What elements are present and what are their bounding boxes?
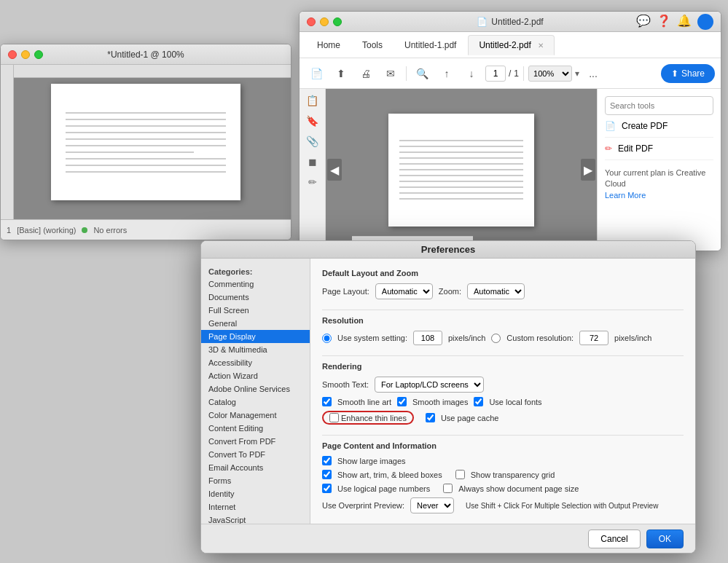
close-button[interactable] [8,50,17,59]
traffic-lights [8,50,43,59]
tab-tools[interactable]: Tools [352,36,393,55]
acrobat-close-button[interactable] [307,17,316,26]
panel-layers-icon[interactable]: ◼ [308,156,317,168]
smooth-images-checkbox[interactable] [397,397,407,406]
prefs-item-content-editing[interactable]: Content Editing [201,422,310,435]
tab-home[interactable]: Home [307,36,351,55]
acrobat-maximize-button[interactable] [333,17,342,26]
indesign-canvas [1,65,291,219]
prefs-item-identity[interactable]: Identity [201,487,310,500]
prefs-item-accessibility[interactable]: Accessibility [201,356,310,369]
resolution-row: Use system setting: pixels/inch Custom r… [322,331,684,345]
smooth-line-art-checkbox[interactable] [322,397,332,406]
print-btn[interactable]: 🖨 [355,63,377,84]
acrobat-window: 📄 Untitled-2.pdf 💬 ❓ 🔔 Home Tools Untitl… [299,11,721,251]
minimize-button[interactable] [21,50,30,59]
custom-resolution-radio[interactable] [491,334,501,343]
overprint-select[interactable]: Never [410,497,454,513]
smooth-text-select[interactable]: For Laptop/LCD screens [375,377,484,393]
show-art-trim-checkbox[interactable] [322,470,332,479]
section-resolution: Resolution Use system setting: pixels/in… [322,316,684,345]
always-show-doc-size-checkbox[interactable] [443,484,453,493]
cancel-button[interactable]: Cancel [588,529,640,548]
prefs-item-commenting[interactable]: Commenting [201,277,310,291]
prefs-item-general[interactable]: General [201,317,310,330]
section-rendering: Rendering Smooth Text: For Laptop/LCD sc… [322,362,684,425]
panel-attachment-icon[interactable]: 📎 [306,135,318,147]
pdf-line [399,186,523,188]
email-btn[interactable]: ✉ [380,63,402,84]
style-name: [Basic] (working) [17,226,76,235]
page-content-row2: Show art, trim, & bleed boxes Show trans… [322,470,684,479]
use-page-cache-checkbox[interactable] [426,413,435,422]
indesign-window: *Untitled-1 @ 100% 1 [Basic] (working) N… [0,44,291,240]
page-line [66,158,226,160]
system-setting-input[interactable] [413,331,442,345]
ok-button[interactable]: OK [646,529,684,548]
zoom-out-btn[interactable]: 🔍 [411,63,433,84]
show-art-trim-label: Show art, trim, & bleed boxes [337,471,442,479]
edit-pdf-tool[interactable]: ✏ Edit PDF [605,138,713,160]
maximize-button[interactable] [34,50,43,59]
zoom-select[interactable]: 100% [528,66,572,82]
prefs-item-email[interactable]: Email Accounts [201,461,310,474]
zoom-select-prefs[interactable]: Automatic [467,283,525,299]
acrobat-right-panel: 📄 Create PDF ✏ Edit PDF Your current pla… [597,89,721,251]
prefs-item-catalog[interactable]: Catalog [201,395,310,409]
prefs-item-fullscreen[interactable]: Full Screen [201,304,310,317]
tab-untitled1[interactable]: Untitled-1.pdf [394,36,466,55]
share-button[interactable]: ⬆ Share [661,64,715,83]
prev-page-btn[interactable]: ↑ [436,63,458,84]
prefs-item-javascript[interactable]: JavaScript [201,513,310,524]
upload-btn[interactable]: ⬆ [330,63,352,84]
acrobat-menu-bar: Home Tools Untitled-1.pdf Untitled-2.pdf… [300,32,721,58]
prefs-item-page-display[interactable]: Page Display [201,330,310,343]
use-logical-page-numbers-label: Use logical page numbers [337,484,430,493]
create-pdf-toolbar-btn[interactable]: 📄 [305,63,327,84]
page-line [66,138,226,140]
bell-icon[interactable]: 🔔 [677,14,692,30]
prefs-item-convert-from[interactable]: Convert From PDF [201,435,310,448]
question-icon[interactable]: ❓ [657,14,671,30]
avatar-icon[interactable] [697,14,713,30]
acrobat-toolbar: 📄 ⬆ 🖨 ✉ 🔍 ↑ ↓ / 1 100% ▾ ... ⬆ Share [300,58,721,89]
page-nav-right[interactable]: ▶ [581,159,595,181]
custom-resolution-input[interactable] [579,331,608,345]
prefs-item-internet[interactable]: Internet [201,500,310,513]
learn-more-link[interactable]: Learn More [605,191,646,200]
acrobat-content: ◀ ▶ 8.50 × 11.00 in [326,89,597,251]
show-transparency-grid-checkbox[interactable] [455,470,465,479]
prefs-item-adobe-online[interactable]: Adobe Online Services [201,382,310,395]
panel-bookmark-icon[interactable]: 🔖 [306,115,318,127]
next-page-btn[interactable]: ↓ [461,63,482,84]
errors-label: No errors [93,226,127,235]
tab-untitled2[interactable]: Untitled-2.pdf ✕ [468,35,555,55]
prefs-item-documents[interactable]: Documents [201,291,310,304]
pdf-line [399,163,523,165]
page-layout-select[interactable]: Automatic [375,283,433,299]
page-nav-left[interactable]: ◀ [327,159,342,181]
panel-pages-icon[interactable]: 📋 [306,95,318,106]
enhance-thin-lines-checkbox[interactable] [329,413,339,422]
speech-bubble-icon[interactable]: 💬 [636,14,651,30]
system-setting-radio[interactable] [322,334,332,343]
panel-signature-icon[interactable]: ✏ [308,176,317,188]
more-options-btn[interactable]: ... [582,63,604,84]
prefs-item-action-wizard[interactable]: Action Wizard [201,369,310,382]
show-large-images-checkbox[interactable] [322,456,332,465]
indesign-statusbar: 1 [Basic] (working) No errors [1,219,291,240]
use-logical-page-numbers-checkbox[interactable] [322,484,332,493]
use-local-fonts-checkbox[interactable] [474,397,483,406]
prefs-item-3d[interactable]: 3D & Multimedia [201,343,310,356]
pdf-line [399,140,523,141]
create-pdf-tool[interactable]: 📄 Create PDF [605,115,713,138]
search-tools-input[interactable] [605,96,713,115]
tab-close-button[interactable]: ✕ [538,42,544,50]
prefs-item-color-mgmt[interactable]: Color Management [201,409,310,422]
prefs-item-convert-to[interactable]: Convert To PDF [201,448,310,461]
prefs-item-forms[interactable]: Forms [201,474,310,487]
smooth-text-label: Smooth Text: [322,380,369,389]
pdf-line [399,146,523,147]
page-number-input[interactable] [485,66,506,82]
acrobat-minimize-button[interactable] [320,17,329,26]
